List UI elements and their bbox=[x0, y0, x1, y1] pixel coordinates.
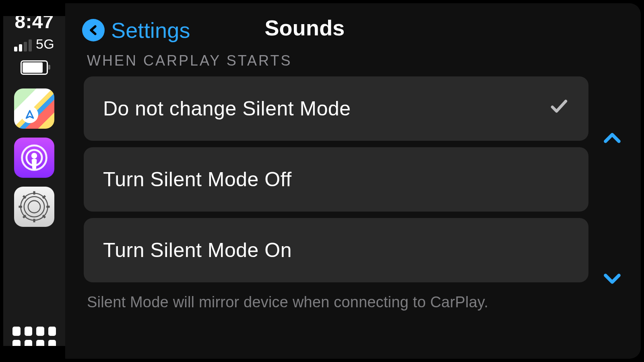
carplay-stage: 8:47 5G bbox=[0, 0, 644, 362]
scroll-down-button[interactable] bbox=[598, 269, 626, 290]
signal-bars-icon bbox=[14, 39, 32, 51]
maps-location-icon bbox=[21, 106, 38, 123]
option-label: Turn Silent Mode On bbox=[103, 239, 569, 262]
svg-point-5 bbox=[28, 201, 40, 213]
dock-app-maps[interactable] bbox=[14, 88, 54, 129]
dock-app-podcasts[interactable] bbox=[14, 138, 54, 178]
checkmark-icon bbox=[549, 96, 569, 121]
scroll-up-button[interactable] bbox=[598, 128, 626, 150]
section-header: WHEN CARPLAY STARTS bbox=[87, 52, 588, 69]
nav-bar: Settings Sounds bbox=[65, 12, 641, 43]
carplay-frame: 8:47 5G bbox=[0, 0, 644, 362]
main-pane: Settings Sounds WHEN CARPLAY STARTS Do n… bbox=[65, 3, 641, 359]
back-button[interactable]: Settings bbox=[82, 18, 190, 43]
svg-point-2 bbox=[31, 153, 37, 158]
battery-icon bbox=[21, 60, 48, 75]
svg-rect-8 bbox=[19, 206, 22, 208]
content-area: WHEN CARPLAY STARTS Do not change Silent… bbox=[65, 43, 641, 313]
status-signal-row: 5G bbox=[14, 38, 54, 51]
status-network: 5G bbox=[36, 37, 54, 51]
option-silent-on[interactable]: Turn Silent Mode On bbox=[84, 218, 588, 282]
section-footer: Silent Mode will mirror device when conn… bbox=[87, 291, 502, 313]
dock-app-list bbox=[14, 88, 54, 227]
back-label: Settings bbox=[111, 18, 190, 43]
svg-point-4 bbox=[24, 197, 44, 217]
carplay-inner: 8:47 5G bbox=[3, 3, 641, 359]
svg-rect-7 bbox=[33, 219, 35, 222]
svg-rect-6 bbox=[33, 191, 35, 194]
dock-app-settings[interactable] bbox=[14, 187, 54, 227]
scroll-indicator bbox=[594, 3, 630, 347]
option-do-not-change[interactable]: Do not change Silent Mode bbox=[84, 76, 588, 141]
option-label: Turn Silent Mode Off bbox=[103, 168, 569, 191]
status-dock: 8:47 5G bbox=[3, 3, 65, 359]
option-silent-off[interactable]: Turn Silent Mode Off bbox=[84, 147, 588, 212]
chevron-left-icon bbox=[82, 19, 105, 41]
option-label: Do not change Silent Mode bbox=[103, 97, 549, 120]
svg-rect-9 bbox=[46, 206, 50, 208]
